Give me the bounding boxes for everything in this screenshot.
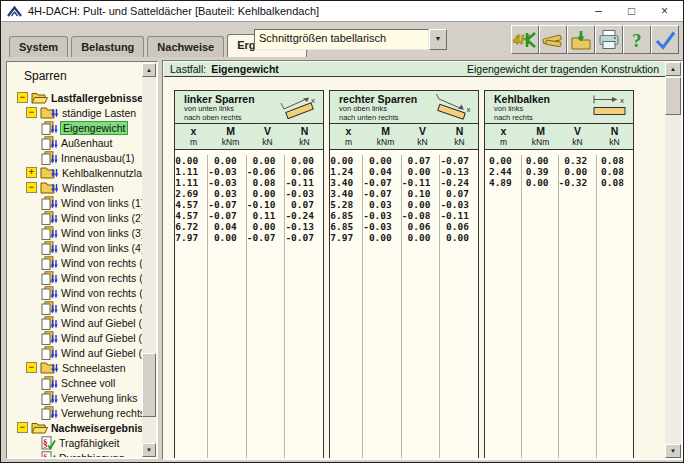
table-value: 1.24 (330, 166, 362, 177)
scroll-down-icon[interactable] (665, 444, 681, 458)
table-value: 0.08 (597, 177, 633, 188)
table-column-headers: xmMkNmVkNNkN (330, 124, 478, 150)
collapse-icon[interactable]: − (17, 92, 28, 103)
loadcase-icon (40, 121, 58, 135)
collapse-icon[interactable]: − (26, 362, 37, 373)
import-button[interactable] (567, 25, 595, 54)
table-value: 0.00 (247, 155, 285, 166)
column-header: xm (330, 124, 367, 149)
table-value: 0.11 (247, 210, 285, 221)
table-column: 0.000.04-0.07-0.070.03-0.03-0.030.00 (362, 155, 401, 458)
table-column: 0.002.444.89 (485, 155, 521, 458)
tree-item[interactable]: −ständige Lasten (8, 105, 142, 120)
collapse-icon[interactable]: − (26, 107, 37, 118)
table-value: -0.07 (363, 188, 401, 199)
view-mode-value[interactable]: Schnittgrößen tabellarisch (254, 29, 429, 50)
table-value: -0.13 (440, 166, 478, 177)
column-unit: kN (441, 137, 478, 147)
table-value: -0.24 (285, 210, 323, 221)
confirm-button[interactable] (651, 25, 679, 54)
table-column-headers: xmMkNmVkNNkN (175, 124, 323, 150)
tree-item-label: Wind von links (3) (61, 227, 142, 239)
tree-item[interactable]: Innenausbau(1) (8, 150, 142, 165)
tree-item[interactable]: Außenhaut (8, 135, 142, 150)
table-value: -0.11 (285, 177, 323, 188)
table-value: -0.11 (440, 210, 478, 221)
table-value: 0.00 (247, 221, 285, 232)
print-button[interactable] (595, 25, 623, 54)
column-unit: kN (559, 137, 596, 147)
tree-item-label: Eigengewicht (61, 122, 127, 134)
tab-nachweise[interactable]: Nachweise (147, 36, 224, 57)
tree-item[interactable]: Wind von links (3) (8, 225, 142, 240)
close-button[interactable]: × (648, 2, 681, 21)
tree-item[interactable]: −Lastfallergebnisse (8, 90, 142, 105)
table-column-headers: xmMkNmVkNNkN (485, 124, 633, 150)
minimize-button[interactable]: – (582, 2, 615, 21)
tree-item[interactable]: Wind von rechts (2) (8, 270, 142, 285)
table-value: 0.08 (247, 177, 285, 188)
tab-belastung[interactable]: Belastung (71, 36, 144, 57)
tree-item[interactable]: Wind von rechts (1) (8, 255, 142, 270)
tree-item[interactable]: Wind auf Giebel (3) (8, 345, 142, 360)
svg-text:§: § (43, 453, 48, 458)
view-mode-select[interactable]: Schnittgrößen tabellarisch (254, 29, 447, 50)
sidebar-tree: −Lastfallergebnisse−ständige LastenEigen… (8, 90, 142, 457)
help-button[interactable]: ? (623, 25, 651, 54)
table-value: 2.44 (485, 166, 521, 177)
tree-item[interactable]: −Nachweisergebnisse (8, 420, 142, 435)
table-header: rechter Sparrenvon oben linksnach unten … (330, 91, 478, 124)
sidebar-scrollbar[interactable] (142, 63, 156, 457)
tree-item[interactable]: Wind von links (1) (8, 195, 142, 210)
expand-icon[interactable]: + (26, 167, 37, 178)
tree-item[interactable]: Wind auf Giebel (2) (8, 330, 142, 345)
results-scrollbar[interactable] (665, 62, 681, 458)
tree-item[interactable]: +Kehlbalkennutzlast (8, 165, 142, 180)
table-value: -0.13 (285, 221, 323, 232)
tab-system[interactable]: System (9, 36, 68, 57)
dropdown-arrow-icon[interactable] (429, 29, 447, 50)
tree-item-label: Wind von rechts (3) (61, 287, 142, 299)
column-name: x (330, 125, 367, 137)
maximize-button[interactable]: □ (615, 2, 648, 21)
column-unit: kN (249, 137, 286, 147)
table-value: 0.04 (208, 221, 246, 232)
table-header: Kehlbalkenvon linksnach rechtsx (485, 91, 633, 124)
results-scrollbar-thumb[interactable] (665, 77, 681, 115)
table-value: -0.03 (208, 166, 246, 177)
timber-button[interactable] (539, 25, 567, 54)
logo-4h-button[interactable]: 4H (511, 25, 539, 54)
table-column: 0.070.00-0.110.100.00-0.080.060.00 (401, 155, 440, 458)
tree-item[interactable]: Wind von links (4) (8, 240, 142, 255)
svg-text:x: x (467, 105, 471, 114)
tree-item[interactable]: −Schneelasten (8, 360, 142, 375)
tree-item[interactable]: Schnee voll (8, 375, 142, 390)
tree-item[interactable]: Verwehung links (8, 390, 142, 405)
scroll-up-icon[interactable] (665, 62, 681, 76)
load-folder-icon (40, 361, 59, 374)
scroll-down-icon[interactable] (142, 443, 156, 457)
help-icon: ? (625, 29, 649, 51)
tree-item[interactable]: Wind von rechts (3) (8, 285, 142, 300)
table-value: -0.03 (363, 210, 401, 221)
tree-item[interactable]: Wind von rechts (4) (8, 300, 142, 315)
table-value: 0.00 (175, 155, 207, 166)
table-value: 0.10 (402, 188, 440, 199)
table-value: 6.85 (330, 210, 362, 221)
tree-item[interactable]: Verwehung rechts (8, 405, 142, 420)
table-value: -0.10 (247, 199, 285, 210)
results-panel: Lastfall: Eigengewicht Eigengewicht der … (162, 60, 683, 460)
table-value: -0.07 (247, 232, 285, 243)
scroll-up-icon[interactable] (142, 63, 156, 77)
collapse-icon[interactable]: − (17, 422, 28, 433)
tree-item[interactable]: §Tragfähigkeit (8, 435, 142, 450)
tree-item[interactable]: §Durchbiegung (8, 450, 142, 457)
tree-item[interactable]: Eigengewicht (8, 120, 142, 135)
column-unit: kNm (522, 137, 559, 147)
proof-icon: § (40, 436, 56, 450)
collapse-icon[interactable]: − (26, 182, 37, 193)
tree-item[interactable]: −Windlasten (8, 180, 142, 195)
tree-item[interactable]: Wind von links (2) (8, 210, 142, 225)
sidebar-scrollbar-thumb[interactable] (142, 353, 156, 417)
tree-item[interactable]: Wind auf Giebel (1) (8, 315, 142, 330)
